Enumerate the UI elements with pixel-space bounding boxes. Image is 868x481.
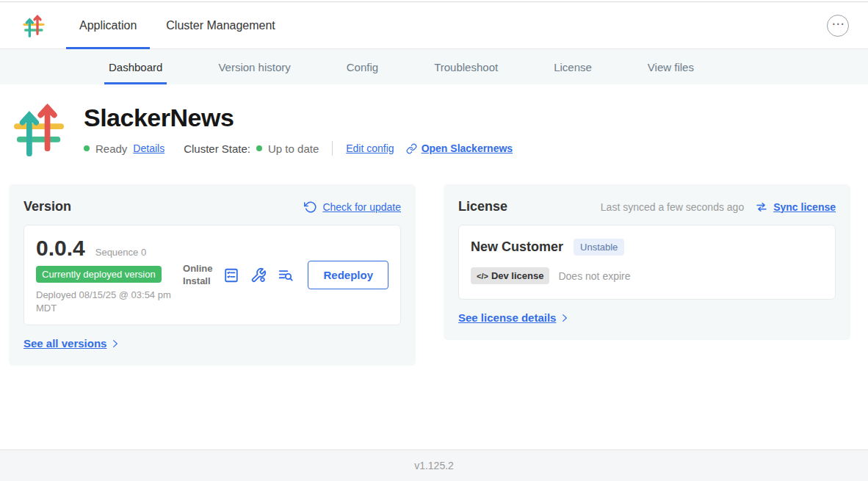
subnav-item-troubleshoot-label: Troubleshoot	[434, 61, 498, 73]
ellipsis-icon: ⋯	[832, 18, 845, 30]
subnav-item-config[interactable]: Config	[319, 49, 406, 84]
version-card-title: Version	[23, 199, 71, 214]
top-tabs: Application Cluster Management	[65, 2, 290, 48]
dev-license-badge: </> Dev license	[471, 267, 549, 284]
version-actions: Online Install	[183, 261, 388, 289]
subnav-item-view-files[interactable]: View files	[620, 49, 722, 84]
see-license-details-label: See license details	[458, 311, 556, 324]
slackernews-logo-icon	[22, 14, 46, 37]
check-for-update[interactable]: Check for update	[304, 200, 401, 214]
deployed-status-badge: Currently deployed version	[36, 266, 162, 283]
tab-application[interactable]: Application	[65, 2, 151, 48]
sync-arrows-icon	[755, 200, 768, 214]
version-card-header: Version Check for update	[23, 199, 401, 214]
customer-name: New Customer	[471, 239, 563, 255]
app-logo[interactable]	[22, 2, 46, 48]
chevron-right-icon	[560, 313, 570, 323]
license-type-row: </> Dev license Does not expire	[471, 267, 823, 284]
config-wrench-icon[interactable]	[250, 267, 267, 283]
subnav-item-troubleshoot[interactable]: Troubleshoot	[406, 49, 526, 84]
install-type-line1: Online	[183, 263, 212, 275]
refresh-history-icon	[304, 200, 317, 214]
view-logs-icon[interactable]	[278, 267, 294, 283]
external-link-icon	[406, 143, 417, 154]
app-icon	[12, 102, 66, 159]
subnav-item-dashboard-label: Dashboard	[109, 61, 162, 73]
install-type-label: Online Install	[183, 263, 212, 288]
ready-status-label: Ready	[95, 142, 127, 155]
deployed-timestamp: Deployed 08/15/25 @ 03:54 pm MDT	[36, 289, 183, 314]
page-title: SlackerNews	[84, 104, 513, 132]
subnav-item-license[interactable]: License	[526, 49, 620, 84]
release-notes-icon[interactable]	[223, 267, 239, 283]
code-icon: </>	[477, 272, 488, 281]
tab-cluster-management-label: Cluster Management	[166, 19, 275, 32]
cluster-state-label: Cluster State:	[184, 142, 250, 155]
vertical-divider	[332, 141, 333, 156]
license-details-panel: New Customer Unstable </> Dev license Do…	[458, 225, 836, 300]
subnav-item-license-label: License	[554, 61, 592, 73]
subnav-item-view-files-label: View files	[648, 61, 694, 73]
tab-cluster-management[interactable]: Cluster Management	[151, 2, 290, 48]
dashboard-main: SlackerNews Ready Details Cluster State:…	[0, 84, 868, 366]
slackernews-app-icon	[12, 102, 66, 156]
chevron-right-icon	[110, 339, 120, 349]
top-navbar: Application Cluster Management ⋯	[0, 2, 868, 49]
version-number: 0.0.4	[36, 236, 85, 261]
version-card: Version Check for update	[9, 184, 416, 366]
cluster-state-value: Up to date	[268, 142, 319, 155]
see-license-details[interactable]: See license details	[458, 311, 836, 324]
check-for-update-label: Check for update	[322, 201, 401, 213]
dashboard-cards: Version Check for update	[0, 159, 868, 366]
details-link[interactable]: Details	[133, 142, 164, 154]
subnav-item-version-history[interactable]: Version history	[190, 49, 318, 84]
dev-license-badge-label: Dev license	[491, 270, 544, 281]
subnav-item-config-label: Config	[347, 61, 378, 73]
ready-status-dot	[84, 145, 90, 151]
license-customer-row: New Customer Unstable	[471, 239, 823, 256]
license-card-title: License	[458, 199, 507, 214]
tab-application-label: Application	[79, 19, 137, 32]
app-subnav: Dashboard Version history Config Trouble…	[0, 49, 868, 84]
channel-badge: Unstable	[574, 239, 624, 256]
cluster-state-dot	[256, 145, 262, 151]
license-card-header: License Last synced a few seconds ago Sy…	[458, 199, 836, 214]
redeploy-button[interactable]: Redeploy	[308, 261, 388, 289]
app-header: SlackerNews Ready Details Cluster State:…	[0, 84, 868, 159]
app-header-text: SlackerNews Ready Details Cluster State:…	[84, 102, 513, 159]
subnav-item-dashboard[interactable]: Dashboard	[81, 49, 190, 84]
console-version: v1.125.2	[414, 460, 454, 471]
more-menu-button[interactable]: ⋯	[827, 15, 849, 37]
see-all-versions-label: See all versions	[23, 337, 106, 350]
console-footer: v1.125.2	[0, 449, 868, 481]
current-version-panel: 0.0.4 Sequence 0 Currently deployed vers…	[23, 225, 401, 325]
app-status-row: Ready Details Cluster State: Up to date …	[84, 141, 513, 156]
license-expiration: Does not expire	[558, 270, 630, 282]
admin-console-page: Application Cluster Management ⋯ Dashboa…	[0, 0, 868, 481]
license-card: License Last synced a few seconds ago Sy…	[444, 184, 850, 340]
license-sync-area: Last synced a few seconds ago Sync licen…	[601, 200, 836, 214]
sequence-label: Sequence 0	[95, 247, 146, 258]
edit-config-link[interactable]: Edit config	[346, 142, 394, 154]
open-app-link-label: Open Slackernews	[422, 142, 513, 154]
subnav-item-version-history-label: Version history	[218, 61, 290, 73]
see-all-versions[interactable]: See all versions	[23, 337, 401, 350]
sync-license-link[interactable]: Sync license	[773, 201, 836, 213]
version-number-row: 0.0.4 Sequence 0	[36, 236, 183, 261]
install-type-line2: Install	[183, 275, 212, 288]
open-app-link[interactable]: Open Slackernews	[406, 142, 513, 154]
last-synced-label: Last synced a few seconds ago	[601, 201, 744, 213]
current-version-info: 0.0.4 Sequence 0 Currently deployed vers…	[36, 236, 183, 314]
